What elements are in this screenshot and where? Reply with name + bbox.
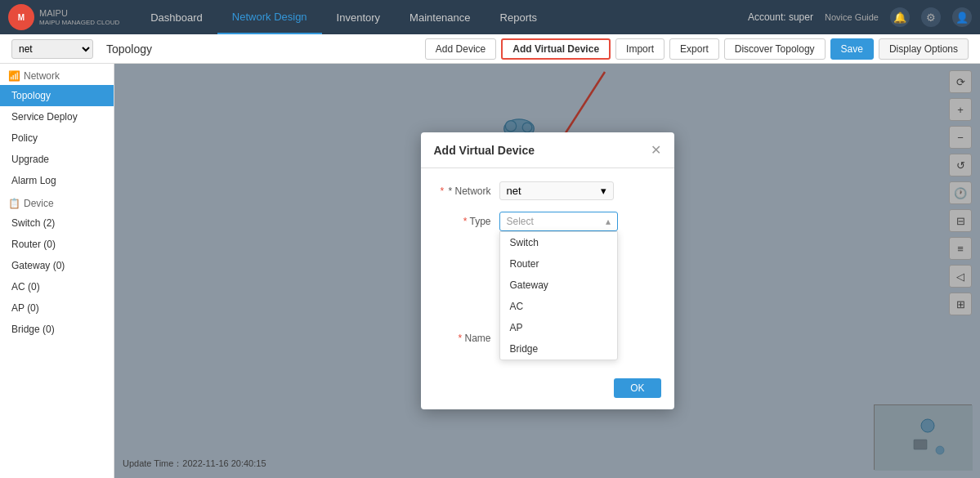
export-button[interactable]: Export	[669, 38, 719, 60]
network-form-row: * * Network net ▾	[434, 181, 661, 200]
sidebar-item-bridge[interactable]: Bridge (0)	[0, 319, 114, 340]
sidebar-section-device: 📋 Device	[0, 191, 114, 212]
dropdown-item-ap[interactable]: AP	[500, 317, 617, 338]
sidebar-item-service-deploy[interactable]: Service Deploy	[0, 106, 114, 127]
network-label: * * Network	[434, 185, 499, 197]
modal-header: Add Virtual Device ✕	[421, 132, 674, 168]
sidebar-item-policy[interactable]: Policy	[0, 127, 114, 149]
dropdown-item-router[interactable]: Router	[500, 253, 617, 275]
logo-icon: M	[8, 4, 34, 30]
discover-topology-button[interactable]: Discover Topology	[724, 38, 826, 60]
modal-title: Add Virtual Device	[434, 144, 535, 157]
modal-body: * * Network net ▾ * Type	[421, 168, 674, 372]
sidebar-item-alarm-log[interactable]: Alarm Log	[0, 170, 114, 191]
novice-guide[interactable]: Novice Guide	[825, 12, 879, 22]
save-button[interactable]: Save	[830, 38, 874, 60]
logo-area: M MAIPU MAIPU MANAGED CLOUD	[8, 4, 119, 30]
modal-footer: OK	[421, 372, 674, 409]
sidebar-item-ap[interactable]: AP (0)	[0, 297, 114, 319]
settings-icon[interactable]: ⚙	[921, 7, 941, 27]
sidebar-item-ac[interactable]: AC (0)	[0, 276, 114, 297]
sidebar-item-topology[interactable]: Topology	[0, 85, 114, 106]
name-label: * Name	[434, 333, 499, 344]
dropdown-item-gateway[interactable]: Gateway	[500, 275, 617, 296]
main-layout: 📶 Network Topology Service Deploy Policy…	[0, 64, 980, 478]
sidebar: 📶 Network Topology Service Deploy Policy…	[0, 64, 114, 478]
nav-network-design[interactable]: Network Design	[217, 0, 322, 34]
nav-dashboard[interactable]: Dashboard	[136, 0, 217, 34]
nav-reports[interactable]: Reports	[486, 0, 553, 34]
modal-overlay: Add Virtual Device ✕ * * Network net ▾	[114, 64, 980, 478]
add-virtual-device-button[interactable]: Add Virtual Device	[501, 38, 611, 60]
type-select-wrapper: Select ▴ Switch Router Gateway AC AP Bri…	[499, 212, 618, 231]
type-form-row: * Type Select ▴ Switch Router Gate	[434, 212, 661, 231]
display-options-button[interactable]: Display Options	[879, 38, 969, 60]
ok-button[interactable]: OK	[614, 378, 660, 398]
toolbar-buttons: Add Device Add Virtual Device Import Exp…	[425, 38, 969, 60]
canvas-area[interactable]: 10007214170100009 ⟳ + − ↺ 🕐 ⊟ ≡ ◁ ⊞ Upda…	[114, 64, 980, 478]
nav-maintenance[interactable]: Maintenance	[395, 0, 485, 34]
breadcrumb: Topology	[106, 42, 152, 56]
sub-bar: net Topology Add Device Add Virtual Devi…	[0, 34, 980, 64]
nav-right: Account: super Novice Guide 🔔 ⚙ 👤	[748, 7, 972, 27]
network-select[interactable]: net	[11, 39, 93, 59]
logo-text: MAIPU MAIPU MANAGED CLOUD	[39, 8, 119, 27]
account-label: Account: super	[748, 11, 813, 23]
type-select-placeholder: Select	[507, 216, 534, 227]
chevron-up-icon: ▴	[606, 216, 611, 227]
network-value-display: net ▾	[499, 181, 614, 200]
add-device-button[interactable]: Add Device	[425, 38, 496, 60]
notification-icon[interactable]: 🔔	[890, 7, 910, 27]
network-value-text: net	[507, 185, 521, 197]
network-section-icon: 📶	[8, 70, 20, 82]
dropdown-item-ac[interactable]: AC	[500, 296, 617, 317]
sidebar-section-network: 📶 Network	[0, 64, 114, 85]
nav-items: Dashboard Network Design Inventory Maint…	[136, 0, 748, 34]
type-select-box[interactable]: Select ▴	[499, 212, 618, 231]
nav-inventory[interactable]: Inventory	[322, 0, 395, 34]
chevron-down-icon: ▾	[601, 185, 606, 197]
sidebar-item-gateway[interactable]: Gateway (0)	[0, 255, 114, 276]
user-avatar[interactable]: 👤	[952, 7, 972, 27]
dropdown-item-switch[interactable]: Switch	[500, 232, 617, 253]
sidebar-item-router[interactable]: Router (0)	[0, 234, 114, 255]
dropdown-item-bridge[interactable]: Bridge	[500, 338, 617, 360]
type-label: * Type	[434, 216, 499, 227]
import-button[interactable]: Import	[615, 38, 665, 60]
top-nav: M MAIPU MAIPU MANAGED CLOUD Dashboard Ne…	[0, 0, 980, 34]
type-dropdown-list: Switch Router Gateway AC AP Bridge	[499, 231, 618, 360]
modal-close-button[interactable]: ✕	[651, 142, 661, 158]
device-section-icon: 📋	[8, 198, 20, 209]
sidebar-item-switch[interactable]: Switch (2)	[0, 212, 114, 234]
sidebar-item-upgrade[interactable]: Upgrade	[0, 149, 114, 170]
add-virtual-device-modal: Add Virtual Device ✕ * * Network net ▾	[421, 132, 674, 409]
